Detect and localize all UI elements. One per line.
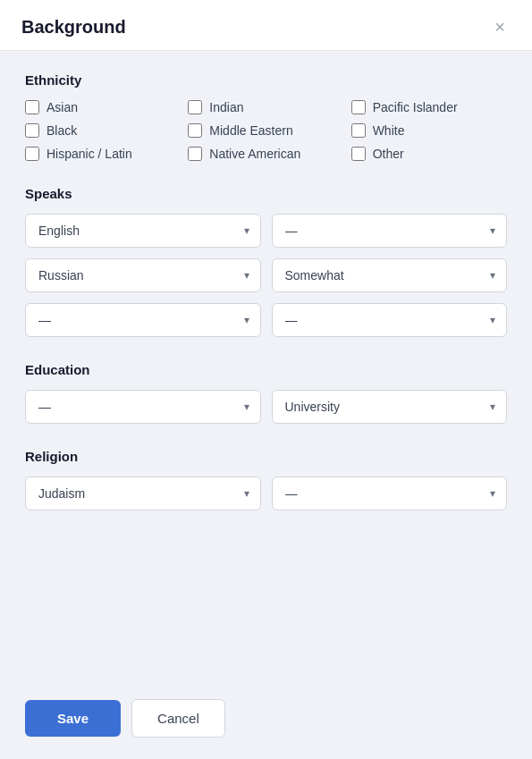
ethnicity-native-american-checkbox[interactable]: [188, 147, 202, 161]
ethnicity-hispanic-checkbox[interactable]: [25, 147, 39, 161]
speaks-level-2-wrapper: Somewhat — Basic Fluent Native ▾: [272, 258, 508, 292]
ethnicity-black-checkbox[interactable]: [25, 123, 39, 138]
religion-title: Religion: [25, 449, 507, 464]
religion-value-wrapper: Judaism — Christianity Islam Buddhism Hi…: [25, 476, 261, 510]
save-button[interactable]: Save: [25, 700, 121, 737]
speaks-grid: English — Russian Spanish French ▾ — Bas…: [25, 214, 507, 337]
ethnicity-white-label: White: [373, 123, 405, 138]
ethnicity-other-checkbox[interactable]: [351, 147, 366, 161]
ethnicity-hispanic[interactable]: Hispanic / Latin: [25, 147, 181, 161]
education-title: Education: [25, 362, 507, 377]
ethnicity-indian-checkbox[interactable]: [188, 100, 202, 114]
ethnicity-hispanic-label: Hispanic / Latin: [46, 147, 132, 161]
ethnicity-native-american[interactable]: Native American: [188, 147, 343, 161]
education-level-wrapper: — High School Some College Bachelor Mast…: [25, 390, 261, 424]
religion-sub-select[interactable]: — Orthodox Conservative Reform Reconstru…: [273, 477, 507, 510]
ethnicity-pacific-islander[interactable]: Pacific Islander: [351, 100, 507, 114]
speaks-level-1-select[interactable]: — Basic Somewhat Fluent Native: [273, 215, 507, 247]
ethnicity-asian-checkbox[interactable]: [25, 100, 39, 114]
ethnicity-white[interactable]: White: [351, 123, 507, 138]
education-type-wrapper: University — College Technical School Co…: [272, 390, 508, 424]
close-button[interactable]: ×: [489, 16, 511, 38]
speaks-level-3-wrapper: — Basic Somewhat Fluent Native ▾: [272, 303, 508, 337]
modal-body: Ethnicity Asian Indian Pacific Islander …: [0, 51, 532, 681]
ethnicity-white-checkbox[interactable]: [351, 123, 366, 138]
modal-title: Background: [21, 17, 126, 38]
speaks-level-2-select[interactable]: Somewhat — Basic Fluent Native: [273, 259, 507, 291]
education-section: Education — High School Some College Bac…: [25, 362, 507, 424]
ethnicity-asian[interactable]: Asian: [25, 100, 181, 114]
speaks-language-2-wrapper: Russian — English Spanish ▾: [25, 258, 261, 292]
ethnicity-black-label: Black: [46, 123, 77, 138]
education-type-select[interactable]: University — College Technical School Co…: [273, 391, 507, 423]
ethnicity-title: Ethnicity: [25, 72, 507, 88]
ethnicity-middle-eastern-checkbox[interactable]: [188, 123, 202, 138]
speaks-level-3-select[interactable]: — Basic Somewhat Fluent Native: [273, 304, 507, 336]
modal: Background × Ethnicity Asian Indian Paci…: [0, 0, 532, 759]
religion-sub-wrapper: — Orthodox Conservative Reform Reconstru…: [272, 476, 508, 510]
speaks-language-3-select[interactable]: — English Russian Spanish: [26, 304, 260, 336]
cancel-button[interactable]: Cancel: [131, 699, 225, 738]
education-grid: — High School Some College Bachelor Mast…: [25, 390, 507, 424]
ethnicity-indian-label: Indian: [209, 100, 243, 114]
ethnicity-pacific-islander-checkbox[interactable]: [351, 100, 366, 114]
speaks-title: Speaks: [25, 186, 507, 201]
ethnicity-indian[interactable]: Indian: [188, 100, 343, 114]
ethnicity-grid: Asian Indian Pacific Islander Black Midd…: [25, 100, 507, 161]
speaks-section: Speaks English — Russian Spanish French …: [25, 186, 507, 337]
speaks-language-2-select[interactable]: Russian — English Spanish: [26, 259, 260, 291]
ethnicity-native-american-label: Native American: [209, 147, 300, 161]
modal-footer: Save Cancel: [0, 681, 532, 759]
ethnicity-middle-eastern[interactable]: Middle Eastern: [188, 123, 343, 138]
ethnicity-asian-label: Asian: [46, 100, 78, 114]
ethnicity-other[interactable]: Other: [351, 147, 507, 161]
modal-header: Background ×: [0, 0, 532, 51]
speaks-language-3-wrapper: — English Russian Spanish ▾: [25, 303, 261, 337]
ethnicity-middle-eastern-label: Middle Eastern: [209, 123, 292, 138]
speaks-language-1-wrapper: English — Russian Spanish French ▾: [25, 214, 261, 248]
ethnicity-section: Ethnicity Asian Indian Pacific Islander …: [25, 72, 507, 161]
ethnicity-other-label: Other: [373, 147, 404, 161]
religion-select[interactable]: Judaism — Christianity Islam Buddhism Hi…: [26, 477, 260, 510]
religion-section: Religion Judaism — Christianity Islam Bu…: [25, 449, 507, 510]
speaks-level-1-wrapper: — Basic Somewhat Fluent Native ▾: [272, 214, 508, 248]
ethnicity-black[interactable]: Black: [25, 123, 181, 138]
speaks-language-1-select[interactable]: English — Russian Spanish French: [26, 215, 260, 247]
ethnicity-pacific-islander-label: Pacific Islander: [373, 100, 458, 114]
religion-grid: Judaism — Christianity Islam Buddhism Hi…: [25, 476, 507, 510]
education-level-select[interactable]: — High School Some College Bachelor Mast…: [26, 391, 260, 423]
